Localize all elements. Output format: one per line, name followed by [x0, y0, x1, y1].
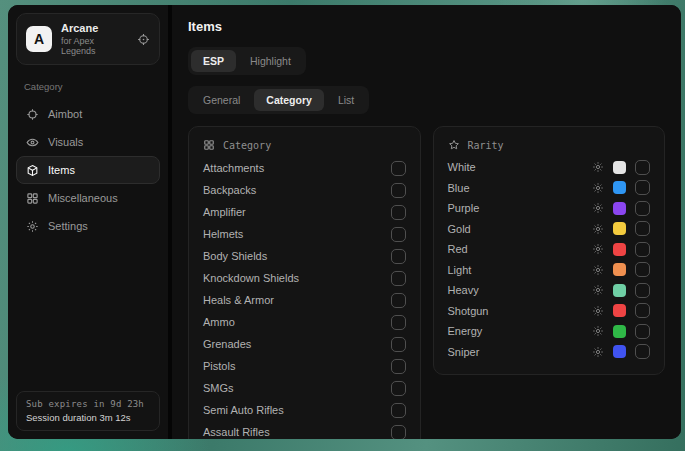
- tab-highlight[interactable]: Highlight: [238, 50, 303, 72]
- rarity-checkbox[interactable]: [635, 262, 650, 277]
- category-checkbox[interactable]: [391, 337, 406, 352]
- color-swatch[interactable]: [613, 222, 626, 235]
- gear-icon[interactable]: [592, 264, 604, 276]
- category-checkbox[interactable]: [391, 271, 406, 286]
- sidebar: A Arcane for Apex Legends Category Aimbo…: [8, 5, 172, 439]
- app-name: Arcane: [61, 22, 128, 34]
- gear-icon[interactable]: [592, 223, 604, 235]
- category-row: Helmets: [203, 223, 406, 245]
- color-swatch[interactable]: [613, 243, 626, 256]
- tab-list[interactable]: List: [326, 89, 366, 111]
- rarity-rows: White Blue Purple: [448, 157, 651, 362]
- mode-tab-group: ESPHighlight: [188, 47, 306, 75]
- gear-icon[interactable]: [592, 325, 604, 337]
- rarity-row: Blue: [448, 178, 651, 199]
- rarity-row-label: Energy: [448, 325, 483, 337]
- eye-icon: [26, 136, 39, 149]
- category-checkbox[interactable]: [391, 381, 406, 396]
- view-tab-group: GeneralCategoryList: [188, 86, 369, 114]
- category-row-label: Attachments: [203, 162, 264, 174]
- category-checkbox[interactable]: [391, 183, 406, 198]
- rarity-row-label: Heavy: [448, 284, 479, 296]
- gear-icon: [26, 220, 39, 233]
- session-duration-text: Session duration 3m 12s: [26, 412, 150, 423]
- sub-expires-text: Sub expires in 9d 23h: [26, 399, 150, 409]
- category-checkbox[interactable]: [391, 403, 406, 418]
- rarity-checkbox[interactable]: [635, 201, 650, 216]
- rarity-checkbox[interactable]: [635, 303, 650, 318]
- rarity-row: Shotgun: [448, 301, 651, 322]
- color-swatch[interactable]: [613, 345, 626, 358]
- category-row-label: Ammo: [203, 316, 235, 328]
- rarity-row-label: White: [448, 161, 476, 173]
- color-swatch[interactable]: [613, 284, 626, 297]
- sidebar-item-aimbot[interactable]: Aimbot: [16, 100, 160, 128]
- tab-general[interactable]: General: [191, 89, 252, 111]
- rarity-panel-title: Rarity: [468, 140, 504, 151]
- desktop-background: A Arcane for Apex Legends Category Aimbo…: [0, 0, 685, 451]
- sidebar-item-label: Visuals: [48, 136, 83, 148]
- gear-icon[interactable]: [592, 182, 604, 194]
- sidebar-item-miscellaneous[interactable]: Miscellaneous: [16, 184, 160, 212]
- category-checkbox[interactable]: [391, 315, 406, 330]
- tab-category[interactable]: Category: [254, 89, 324, 111]
- category-checkbox[interactable]: [391, 161, 406, 176]
- color-swatch[interactable]: [613, 263, 626, 276]
- subscription-card: Sub expires in 9d 23h Session duration 3…: [16, 391, 160, 431]
- sidebar-item-items[interactable]: Items: [16, 156, 160, 184]
- rarity-row: Sniper: [448, 342, 651, 363]
- arcane-window: A Arcane for Apex Legends Category Aimbo…: [8, 5, 681, 439]
- category-row: Semi Auto Rifles: [203, 399, 406, 421]
- target-icon[interactable]: [137, 33, 150, 46]
- category-row: Assault Rifles: [203, 421, 406, 439]
- sidebar-item-settings[interactable]: Settings: [16, 212, 160, 240]
- star-icon: [448, 139, 460, 151]
- category-row: Heals & Armor: [203, 289, 406, 311]
- rarity-row-label: Purple: [448, 202, 480, 214]
- grid-icon: [26, 192, 39, 205]
- category-checkbox[interactable]: [391, 227, 406, 242]
- rarity-checkbox[interactable]: [635, 283, 650, 298]
- category-row-label: Body Shields: [203, 250, 267, 262]
- rarity-row: Heavy: [448, 280, 651, 301]
- rarity-row: Red: [448, 239, 651, 260]
- main-content: Items ESPHighlight GeneralCategoryList C…: [172, 5, 681, 439]
- rarity-row: Light: [448, 260, 651, 281]
- color-swatch[interactable]: [613, 161, 626, 174]
- rarity-checkbox[interactable]: [635, 324, 650, 339]
- color-swatch[interactable]: [613, 325, 626, 338]
- rarity-checkbox[interactable]: [635, 344, 650, 359]
- panels-row: Category Attachments Backpacks Amplifier…: [188, 126, 665, 439]
- app-card: A Arcane for Apex Legends: [16, 13, 160, 65]
- category-checkbox[interactable]: [391, 249, 406, 264]
- category-checkbox[interactable]: [391, 359, 406, 374]
- gear-icon[interactable]: [592, 202, 604, 214]
- category-row-label: Knockdown Shields: [203, 272, 299, 284]
- category-row: Pistols: [203, 355, 406, 377]
- rarity-checkbox[interactable]: [635, 180, 650, 195]
- rarity-checkbox[interactable]: [635, 242, 650, 257]
- category-row-label: SMGs: [203, 382, 234, 394]
- category-checkbox[interactable]: [391, 205, 406, 220]
- rarity-row-label: Blue: [448, 182, 470, 194]
- rarity-checkbox[interactable]: [635, 160, 650, 175]
- rarity-row: Gold: [448, 219, 651, 240]
- category-rows: Attachments Backpacks Amplifier Helmets …: [203, 157, 406, 439]
- category-checkbox[interactable]: [391, 425, 406, 440]
- sidebar-nav: Aimbot Visuals Items Miscellaneous Setti…: [16, 100, 160, 240]
- category-row-label: Pistols: [203, 360, 235, 372]
- color-swatch[interactable]: [613, 181, 626, 194]
- category-checkbox[interactable]: [391, 293, 406, 308]
- gear-icon[interactable]: [592, 346, 604, 358]
- color-swatch[interactable]: [613, 202, 626, 215]
- gear-icon[interactable]: [592, 284, 604, 296]
- rarity-checkbox[interactable]: [635, 221, 650, 236]
- gear-icon[interactable]: [592, 305, 604, 317]
- color-swatch[interactable]: [613, 304, 626, 317]
- sidebar-item-visuals[interactable]: Visuals: [16, 128, 160, 156]
- category-row: Knockdown Shields: [203, 267, 406, 289]
- category-row-label: Backpacks: [203, 184, 256, 196]
- tab-esp[interactable]: ESP: [191, 50, 236, 72]
- gear-icon[interactable]: [592, 161, 604, 173]
- gear-icon[interactable]: [592, 243, 604, 255]
